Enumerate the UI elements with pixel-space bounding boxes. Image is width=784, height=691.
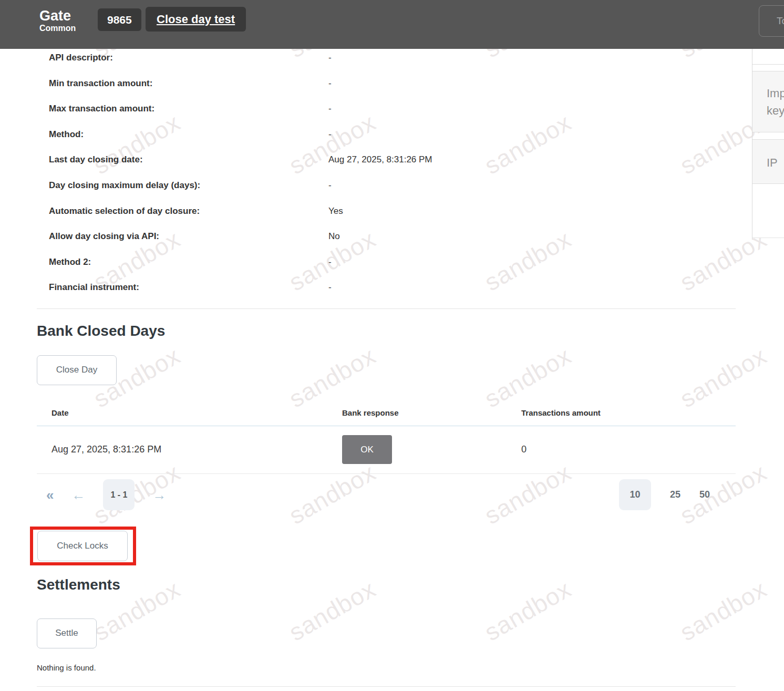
page-size-10-button[interactable]: 10 xyxy=(619,479,651,510)
detail-row: Min transaction amount: - xyxy=(49,77,752,103)
page-size-selector: 10 25 50 xyxy=(619,479,710,511)
sidebar-empty-panel xyxy=(752,184,784,238)
detail-label: API descriptor: xyxy=(49,53,328,63)
header-partial-button[interactable]: To xyxy=(759,5,784,37)
detail-row: Last day closing date: Aug 27, 2025, 8:3… xyxy=(49,153,752,179)
detail-label: Method 2: xyxy=(49,257,328,267)
settle-button[interactable]: Settle xyxy=(37,618,97,648)
detail-label: Min transaction amount: xyxy=(49,78,328,89)
check-locks-highlight: Check Locks xyxy=(30,527,136,565)
detail-value: Yes xyxy=(328,206,343,216)
detail-label: Allow day closing via API: xyxy=(49,231,328,242)
close-day-button[interactable]: Close Day xyxy=(37,355,117,385)
detail-label: Day closing maximum delay (days): xyxy=(49,180,328,191)
table-row: Aug 27, 2025, 8:31:26 PM OK 0 xyxy=(37,426,736,474)
detail-label: Financial instrument: xyxy=(49,282,328,293)
column-header-transactions-amount: Transactions amount xyxy=(521,408,736,426)
detail-value: - xyxy=(328,129,332,140)
detail-row: Method: - xyxy=(49,128,752,154)
page-size-50-button[interactable]: 50 xyxy=(699,489,710,500)
detail-value: - xyxy=(328,180,332,191)
page-size-25-button[interactable]: 25 xyxy=(670,489,680,500)
detail-row: Day closing maximum delay (days): - xyxy=(49,179,752,205)
sidebar-item-ip[interactable]: IP xyxy=(752,139,784,184)
column-header-date: Date xyxy=(37,408,342,426)
first-page-button[interactable]: « xyxy=(46,488,54,502)
page-range-indicator: 1 - 1 xyxy=(103,479,135,510)
bank-response-ok-button[interactable]: OK xyxy=(342,435,392,464)
detail-row: Max transaction amount: - xyxy=(49,102,752,128)
section-divider xyxy=(37,308,736,309)
detail-label: Max transaction amount: xyxy=(49,104,328,114)
gate-name-link[interactable]: Close day test xyxy=(146,7,246,32)
bank-closed-days-title: Bank Closed Days xyxy=(37,322,752,340)
detail-value: - xyxy=(328,53,332,63)
settlements-empty-text: Nothing is found. xyxy=(37,663,752,672)
detail-row: Method 2: - xyxy=(49,256,752,282)
detail-value: - xyxy=(328,257,332,267)
brand-title: Gate xyxy=(39,8,76,24)
settlements-title: Settlements xyxy=(37,576,752,594)
check-locks-button[interactable]: Check Locks xyxy=(37,531,128,561)
next-page-icon[interactable]: → xyxy=(152,488,166,502)
brand: Gate Common xyxy=(39,8,76,33)
cell-date: Aug 27, 2025, 8:31:26 PM xyxy=(37,444,342,455)
sidebar-stub-panel xyxy=(752,49,784,65)
details-list: API descriptor: - Min transaction amount… xyxy=(0,49,752,307)
right-sidebar: Imp key IP xyxy=(752,49,784,240)
closed-days-table: Date Bank response Transactions amount A… xyxy=(37,408,736,474)
main-content: API descriptor: - Min transaction amount… xyxy=(0,49,752,687)
pagination: « ← 1 - 1 → 10 25 50 xyxy=(37,479,736,511)
detail-row: Financial instrument: - xyxy=(49,281,752,307)
page: sandboxsandboxsandboxsandboxsandboxsandb… xyxy=(0,0,784,691)
bottom-divider xyxy=(37,686,736,687)
detail-row: Automatic selection of day closure: Yes xyxy=(49,205,752,231)
table-header-row: Date Bank response Transactions amount xyxy=(37,408,736,426)
detail-label: Method: xyxy=(49,129,328,140)
detail-value: - xyxy=(328,104,332,114)
column-header-bank-response: Bank response xyxy=(342,408,521,426)
app-header: Gate Common 9865 Close day test To xyxy=(0,0,784,49)
detail-row: Allow day closing via API: No xyxy=(49,230,752,256)
gate-id-badge: 9865 xyxy=(98,8,141,31)
detail-value: - xyxy=(328,78,332,89)
cell-bank-response: OK xyxy=(342,435,521,464)
brand-subtitle: Common xyxy=(39,24,76,33)
detail-value: No xyxy=(328,231,340,242)
detail-label: Automatic selection of day closure: xyxy=(49,206,328,216)
cell-transactions-amount: 0 xyxy=(521,444,736,455)
detail-value: - xyxy=(328,282,332,293)
sidebar-item-import-keys[interactable]: Imp key xyxy=(752,71,784,132)
detail-value: Aug 27, 2025, 8:31:26 PM xyxy=(328,154,432,165)
prev-page-icon[interactable]: ← xyxy=(71,488,85,502)
detail-row: API descriptor: - xyxy=(49,51,752,77)
detail-label: Last day closing date: xyxy=(49,154,328,165)
